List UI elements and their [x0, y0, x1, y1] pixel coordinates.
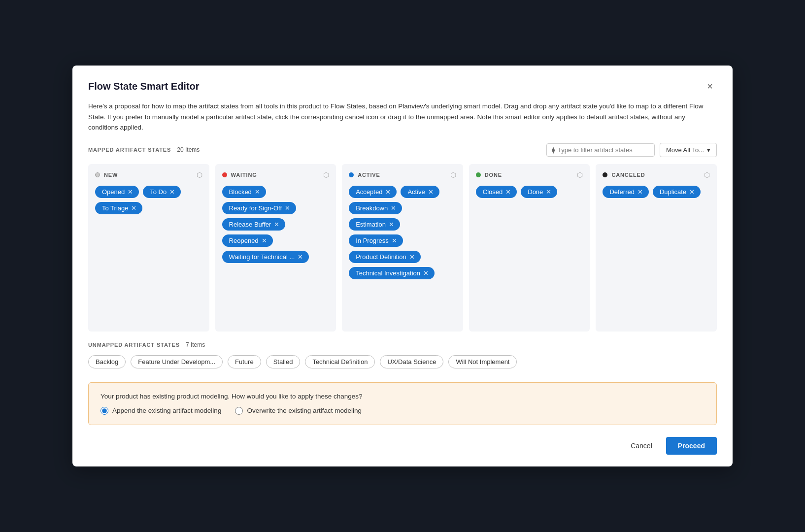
tag-remove-button[interactable]: ✕: [391, 205, 396, 211]
unmapped-tag-label: UX/Data Science: [387, 358, 436, 366]
unmapped-tag-item: Future: [228, 355, 261, 368]
unmapped-tag-item: Stalled: [266, 355, 301, 368]
column-new: NEW ⬡ Opened ✕ To Do ✕ To Triage ✕: [88, 164, 209, 332]
filter-icon: ⧫: [552, 146, 555, 154]
proceed-button[interactable]: Proceed: [666, 437, 717, 455]
tag-item: To Triage ✕: [95, 202, 142, 214]
tag-label: Accepted: [356, 188, 382, 196]
column-waiting: WAITING ⬡ Blocked ✕ Ready for Sign-Off ✕…: [215, 164, 336, 332]
tag-remove-button[interactable]: ✕: [392, 237, 397, 244]
column-icon-active[interactable]: ⬡: [450, 171, 456, 179]
tag-remove-button[interactable]: ✕: [298, 254, 303, 260]
column-icon-waiting[interactable]: ⬡: [323, 171, 329, 179]
tag-remove-button[interactable]: ✕: [255, 189, 260, 195]
tag-remove-button[interactable]: ✕: [385, 189, 391, 195]
tag-item: Release Buffer ✕: [222, 218, 286, 231]
tag-item: Estimation ✕: [349, 218, 400, 231]
tag-remove-button[interactable]: ✕: [389, 221, 394, 228]
radio-option-overwrite[interactable]: Overwrite the existing artifact modeling: [235, 407, 362, 415]
tag-item: Closed ✕: [476, 186, 517, 198]
unmapped-tag-label: Backlog: [96, 358, 118, 366]
tag-label: Technical Investigation: [356, 269, 420, 277]
flow-state-editor-modal: Flow State Smart Editor × Here's a propo…: [72, 66, 733, 466]
tag-item: Breakdown ✕: [349, 202, 402, 214]
mapped-section-label: MAPPED ARTIFACT STATES: [88, 147, 171, 153]
tag-item: Deferred ✕: [603, 186, 649, 198]
tag-remove-button[interactable]: ✕: [128, 189, 133, 195]
column-title-done: DONE: [485, 172, 573, 178]
tag-remove-button[interactable]: ✕: [637, 189, 643, 195]
column-header-new: NEW ⬡: [95, 171, 202, 179]
unmapped-tag-item: Will Not Implement: [448, 355, 517, 368]
mapped-section-header: MAPPED ARTIFACT STATES 20 Items ⧫ Move A…: [88, 143, 717, 157]
tag-label: To Do: [150, 188, 167, 196]
radio-append-label: Append the existing artifact modeling: [112, 407, 221, 414]
column-header-done: DONE ⬡: [476, 171, 583, 179]
move-all-button[interactable]: Move All To... ▾: [660, 143, 717, 157]
cancel-button[interactable]: Cancel: [623, 438, 660, 454]
unmapped-tags-container: BacklogFeature Under Developm...FutureSt…: [88, 355, 717, 368]
tag-label: Opened: [102, 188, 125, 196]
tag-item: Waiting for Technical ... ✕: [222, 251, 309, 263]
column-header-active: ACTIVE ⬡: [349, 171, 456, 179]
tag-label: Deferred: [609, 188, 635, 196]
tag-label: Product Definition: [356, 253, 406, 261]
filter-input[interactable]: [558, 146, 649, 154]
column-icon-canceled[interactable]: ⬡: [704, 171, 710, 179]
tag-remove-button[interactable]: ✕: [274, 221, 279, 228]
filter-input-wrapper[interactable]: ⧫: [546, 143, 655, 157]
tag-remove-button[interactable]: ✕: [169, 189, 175, 195]
tags-new: Opened ✕ To Do ✕ To Triage ✕: [95, 186, 202, 214]
column-title-active: ACTIVE: [358, 172, 446, 178]
tag-label: To Triage: [102, 204, 128, 212]
unmapped-tag-label: Feature Under Developm...: [138, 358, 215, 366]
tag-item: Technical Investigation ✕: [349, 267, 435, 279]
tags-active: Accepted ✕ Active ✕ Breakdown ✕ Estimati…: [349, 186, 456, 279]
tag-label: Ready for Sign-Off: [229, 204, 282, 212]
move-all-chevron: ▾: [707, 146, 710, 154]
tag-remove-button[interactable]: ✕: [428, 189, 434, 195]
tag-item: Opened ✕: [95, 186, 139, 198]
tag-remove-button[interactable]: ✕: [505, 189, 511, 195]
unmapped-tag-item: Backlog: [88, 355, 126, 368]
tag-item: Done ✕: [521, 186, 557, 198]
tag-remove-button[interactable]: ✕: [409, 254, 415, 260]
tag-item: Product Definition ✕: [349, 251, 421, 263]
column-icon-new[interactable]: ⬡: [197, 171, 202, 179]
unmapped-section-count: 7 Items: [186, 341, 205, 348]
tag-remove-button[interactable]: ✕: [131, 205, 136, 211]
tag-label: Blocked: [229, 188, 252, 196]
radio-overwrite[interactable]: [235, 407, 243, 415]
tag-remove-button[interactable]: ✕: [262, 237, 267, 244]
modal-header: Flow State Smart Editor ×: [88, 79, 717, 93]
close-button[interactable]: ×: [703, 79, 717, 93]
tag-label: Closed: [483, 188, 503, 196]
tags-done: Closed ✕ Done ✕: [476, 186, 583, 198]
tag-remove-button[interactable]: ✕: [689, 189, 695, 195]
column-active: ACTIVE ⬡ Accepted ✕ Active ✕ Breakdown ✕…: [342, 164, 463, 332]
tag-label: Active: [407, 188, 425, 196]
tag-remove-button[interactable]: ✕: [546, 189, 551, 195]
unmapped-section-header: UNMAPPED ARTIFACT STATES 7 Items: [88, 341, 717, 348]
column-title-new: NEW: [104, 172, 193, 178]
modal-overlay: Flow State Smart Editor × Here's a propo…: [0, 0, 805, 532]
tag-label: Release Buffer: [229, 221, 271, 228]
column-dot-new: [95, 172, 100, 177]
column-icon-done[interactable]: ⬡: [577, 171, 583, 179]
tag-item: Blocked ✕: [222, 186, 266, 198]
tag-item: Duplicate ✕: [653, 186, 701, 198]
column-dot-active: [349, 172, 354, 177]
mapped-section-actions: ⧫ Move All To... ▾: [546, 143, 717, 157]
radio-overwrite-label: Overwrite the existing artifact modeling: [247, 407, 362, 414]
radio-group: Append the existing artifact modeling Ov…: [101, 407, 704, 415]
tag-item: Reopened ✕: [222, 234, 273, 247]
tag-remove-button[interactable]: ✕: [423, 270, 429, 276]
radio-append[interactable]: [101, 407, 108, 415]
tag-label: Reopened: [229, 237, 259, 244]
tag-item: Ready for Sign-Off ✕: [222, 202, 296, 214]
column-canceled: CANCELED ⬡ Deferred ✕ Duplicate ✕: [596, 164, 717, 332]
radio-option-append[interactable]: Append the existing artifact modeling: [101, 407, 221, 415]
mapped-section-count: 20 Items: [177, 146, 200, 153]
column-header-canceled: CANCELED ⬡: [603, 171, 710, 179]
tag-remove-button[interactable]: ✕: [285, 205, 290, 211]
